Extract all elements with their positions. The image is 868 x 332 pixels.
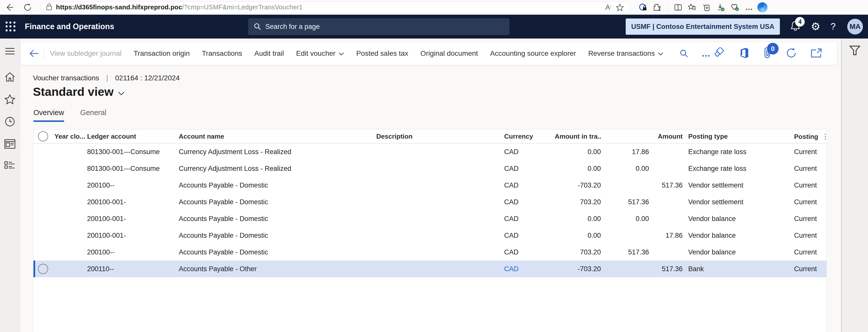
cell-ptype: Vendor balance	[683, 215, 794, 223]
split-screen-icon[interactable]	[672, 2, 684, 13]
browser-back-icon[interactable]	[4, 2, 15, 13]
column-header-label: Currency	[504, 133, 533, 140]
read-aloud-icon[interactable]: A⁾	[602, 2, 614, 13]
view-selector[interactable]: Standard view	[33, 85, 125, 99]
column-header-account[interactable]: Account name	[178, 133, 375, 140]
column-header-desc[interactable]: Description	[375, 133, 503, 140]
cell-layer: Current	[794, 248, 827, 256]
select-all-checkbox[interactable]	[33, 131, 53, 141]
downloads-icon[interactable]	[715, 2, 726, 13]
voucher-transactions-grid: Year clo...Ledger accountAccount nameDes…	[33, 129, 827, 332]
action-item-audit-trail[interactable]: Audit trail	[254, 49, 284, 58]
favorite-star-icon[interactable]	[614, 2, 626, 13]
column-header-label: Amount in tra...	[555, 133, 601, 140]
settings-gear-icon[interactable]: ⚙	[811, 21, 820, 32]
action-item-posted-sales-tax[interactable]: Posted sales tax	[356, 49, 408, 58]
waffle-menu-icon[interactable]	[6, 22, 16, 32]
table-row[interactable]: 801300-001---ConsumeCurrency Adjustment …	[33, 160, 827, 177]
table-row[interactable]: 200100-001-Accounts Payable - DomesticCA…	[33, 227, 827, 244]
column-header-amt_tx[interactable]: Amount in tra...	[555, 133, 601, 140]
new-tab-copy-icon[interactable]	[701, 2, 712, 13]
filter-funnel-icon[interactable]	[849, 45, 861, 332]
search-placeholder: Search for a page	[266, 23, 320, 31]
action-menu: View subledger journalTransaction origin…	[50, 49, 663, 58]
action-item-label: Transaction origin	[134, 49, 190, 58]
action-item-reverse-transactions[interactable]: Reverse transactions	[588, 49, 663, 58]
modules-list-icon[interactable]	[4, 161, 16, 172]
cell-amount: 517.36	[601, 198, 683, 206]
action-bar-divider	[44, 48, 44, 59]
password-manager-icon[interactable]	[637, 2, 649, 13]
row-select-circle-icon[interactable]	[38, 264, 48, 274]
cell-layer: Current	[794, 265, 827, 273]
browser-essentials-icon[interactable]	[729, 2, 741, 13]
copilot-icon[interactable]	[757, 2, 768, 12]
cell-amt_tx: 703.20	[555, 198, 601, 206]
page-search-input[interactable]: Search for a page	[248, 18, 509, 35]
action-item-accounting-source-explorer[interactable]: Accounting source explorer	[490, 49, 576, 58]
cell-amount: 517.36	[601, 182, 683, 189]
company-picker-button[interactable]: USMF | Contoso Entertainment System USA	[626, 19, 780, 35]
user-avatar[interactable]: MA	[847, 19, 863, 34]
select-all-circle-icon[interactable]	[38, 131, 48, 141]
cell-account: Currency Adjustment Loss - Realized	[178, 165, 375, 173]
tab-general[interactable]: General	[80, 108, 106, 122]
app-title: Finance and Operations	[25, 22, 114, 31]
action-item-original-document[interactable]: Original document	[420, 49, 478, 58]
column-header-ptype[interactable]: Posting type	[683, 133, 794, 140]
refresh-icon[interactable]	[786, 47, 797, 60]
column-header-ledger[interactable]: Ledger account	[85, 133, 178, 140]
table-row[interactable]: 200100--Accounts Payable - DomesticCAD70…	[33, 244, 827, 260]
action-item-transactions[interactable]: Transactions	[202, 49, 242, 58]
action-search-icon[interactable]	[678, 48, 690, 59]
cell-ledger: 200100-001-	[85, 215, 178, 223]
column-header-label: Account name	[179, 133, 224, 140]
table-row[interactable]: 200100-001-Accounts Payable - DomesticCA…	[33, 210, 827, 227]
office-icon[interactable]	[739, 47, 749, 60]
extensions-icon[interactable]	[651, 2, 663, 13]
action-item-label: Transactions	[202, 49, 242, 58]
column-header-amount[interactable]: Amount	[601, 133, 683, 140]
cell-amt_tx: 0.00	[555, 215, 601, 223]
column-header-label: Posting	[794, 133, 818, 140]
row-select-checkbox[interactable]	[33, 264, 53, 274]
column-header-currency[interactable]: Currency	[503, 133, 555, 140]
action-overflow-icon[interactable]: …	[702, 52, 711, 55]
notifications-button[interactable]: 4	[790, 21, 801, 33]
cell-account: Accounts Payable - Domestic	[178, 182, 375, 189]
cell-amt_tx: 0.00	[555, 148, 601, 156]
open-in-new-window-icon[interactable]	[810, 48, 822, 59]
designer-icon[interactable]	[714, 47, 725, 60]
hamburger-menu-icon[interactable]	[4, 46, 16, 57]
recent-clock-icon[interactable]	[4, 116, 16, 127]
table-row[interactable]: 200100--Accounts Payable - DomesticCAD-7…	[33, 177, 827, 194]
action-item-view-subledger-journal[interactable]: View subledger journal	[50, 49, 122, 58]
cell-account: Accounts Payable - Other	[178, 265, 375, 273]
back-button[interactable]	[28, 48, 39, 59]
home-icon[interactable]	[4, 72, 16, 83]
column-options-ellipsis-icon[interactable]: ⋮	[822, 133, 827, 140]
address-bar[interactable]: https://d365finops-sand.hifxpreprod.poc/…	[40, 2, 630, 13]
action-item-transaction-origin[interactable]: Transaction origin	[134, 49, 190, 58]
column-header-layer[interactable]: Posting⋮	[794, 132, 827, 141]
tab-overview[interactable]: Overview	[33, 108, 64, 122]
browser-refresh-icon[interactable]	[22, 2, 33, 13]
browser-settings-ellipsis-icon[interactable]: …	[743, 2, 755, 13]
tab-strip: Overview General	[33, 108, 106, 122]
table-row[interactable]: 801300-001---ConsumeCurrency Adjustment …	[33, 143, 827, 160]
cell-account: Accounts Payable - Domestic	[178, 248, 375, 256]
cell-ptype: Vendor settlement	[683, 182, 794, 189]
action-item-edit-voucher[interactable]: Edit voucher	[296, 49, 344, 58]
attachments-button[interactable]: 0	[763, 47, 772, 60]
table-row[interactable]: 200110--Accounts Payable - OtherCAD-703.…	[33, 260, 827, 277]
cell-ptype: Vendor settlement	[683, 198, 794, 206]
help-icon[interactable]: ?	[831, 21, 836, 32]
grid-header-row: Year clo...Ledger accountAccount nameDes…	[33, 130, 827, 143]
collections-icon[interactable]	[686, 2, 698, 13]
column-header-year[interactable]: Year clo...	[53, 133, 85, 140]
workspaces-icon[interactable]	[4, 138, 16, 149]
favorites-star-icon[interactable]	[4, 94, 16, 105]
action-item-label: Reverse transactions	[588, 49, 655, 58]
site-lock-icon[interactable]	[46, 3, 53, 12]
table-row[interactable]: 200100-001-Accounts Payable - DomesticCA…	[33, 194, 827, 210]
